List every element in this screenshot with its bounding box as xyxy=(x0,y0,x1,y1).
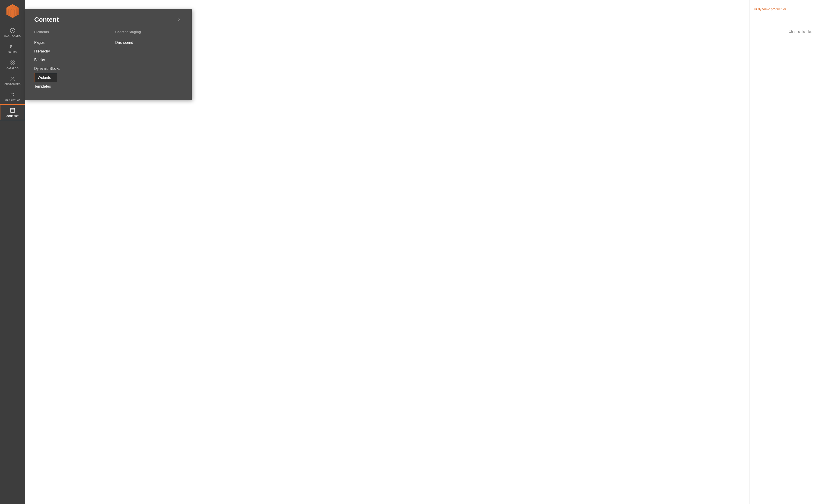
svg-point-1 xyxy=(12,30,13,31)
sidebar-item-label-content: CONTENT xyxy=(6,115,19,118)
menu-item-widgets[interactable]: Widgets xyxy=(34,73,57,82)
sidebar-item-label-sales: SALES xyxy=(8,51,17,54)
magento-logo-icon xyxy=(6,4,19,18)
sidebar-item-label-marketing: MARKETING xyxy=(5,99,20,102)
menu-item-blocks[interactable]: Blocks xyxy=(34,56,102,64)
flyout-header: Content × xyxy=(34,16,183,23)
sidebar-item-label-catalog: CATALOG xyxy=(6,67,19,70)
right-panel: ur dynamic product, or Chart is disabled… xyxy=(750,0,818,504)
svg-rect-3 xyxy=(11,61,12,62)
main-area: Content × Elements Pages Hierarchy Block… xyxy=(25,0,818,504)
marketing-icon xyxy=(10,92,15,98)
customers-icon xyxy=(10,76,15,82)
svg-point-7 xyxy=(12,77,13,79)
menu-item-staging-dashboard[interactable]: Dashboard xyxy=(115,38,183,47)
content-icon xyxy=(10,108,15,114)
menu-item-dynamic-blocks[interactable]: Dynamic Blocks xyxy=(34,64,102,73)
catalog-icon xyxy=(10,60,15,66)
menu-item-pages[interactable]: Pages xyxy=(34,38,102,47)
flyout-column-elements: Elements Pages Hierarchy Blocks Dynamic … xyxy=(34,30,102,91)
content-staging-section-title: Content Staging xyxy=(115,30,183,34)
svg-rect-4 xyxy=(13,61,14,62)
svg-rect-6 xyxy=(13,63,14,64)
sidebar-item-marketing[interactable]: MARKETING xyxy=(0,88,25,104)
svg-rect-8 xyxy=(10,108,15,112)
svg-rect-5 xyxy=(11,63,12,64)
sidebar-item-dashboard[interactable]: DASHBOARD xyxy=(0,24,25,40)
page-wrapper: DASHBOARD $ SALES CATALOG CUSTOMERS xyxy=(0,0,818,504)
flyout-close-button[interactable]: × xyxy=(176,16,183,23)
sidebar-logo xyxy=(0,0,25,21)
menu-item-hierarchy[interactable]: Hierarchy xyxy=(34,47,102,56)
flyout-columns: Elements Pages Hierarchy Blocks Dynamic … xyxy=(34,30,183,91)
sidebar-item-sales[interactable]: $ SALES xyxy=(0,40,25,56)
flyout-column-content-staging: Content Staging Dashboard xyxy=(115,30,183,91)
sidebar-item-content[interactable]: CONTENT xyxy=(0,104,25,120)
svg-text:$: $ xyxy=(10,44,13,49)
dashboard-icon xyxy=(10,28,15,34)
sidebar: DASHBOARD $ SALES CATALOG CUSTOMERS xyxy=(0,0,25,504)
flyout-menu: Content × Elements Pages Hierarchy Block… xyxy=(25,9,192,100)
sidebar-item-customers[interactable]: CUSTOMERS xyxy=(0,72,25,88)
sidebar-item-catalog[interactable]: CATALOG xyxy=(0,56,25,72)
sales-icon: $ xyxy=(10,44,15,50)
elements-section-title: Elements xyxy=(34,30,102,34)
chart-disabled-text: Chart is disabled. xyxy=(754,30,813,34)
right-panel-partial-text: ur dynamic product, or xyxy=(754,7,813,12)
sidebar-item-label-customers: CUSTOMERS xyxy=(5,83,21,86)
flyout-title: Content xyxy=(34,16,59,23)
sidebar-item-label-dashboard: DASHBOARD xyxy=(4,35,21,38)
menu-item-templates[interactable]: Templates xyxy=(34,82,102,91)
